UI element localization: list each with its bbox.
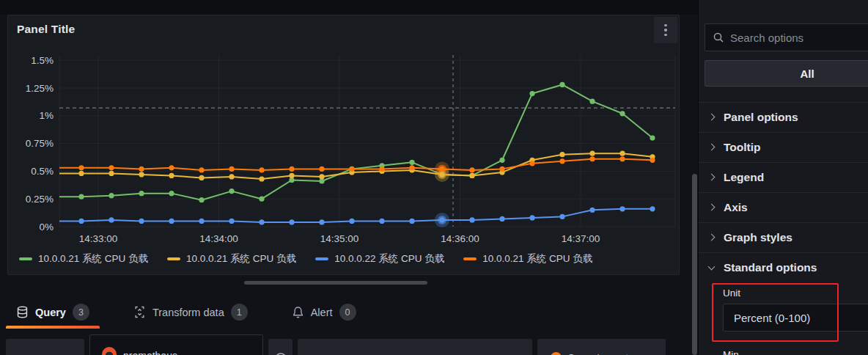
inspector-icon <box>551 352 562 355</box>
section-axis[interactable]: Axis <box>699 192 868 222</box>
svg-text:14:35:00: 14:35:00 <box>320 233 359 244</box>
svg-text:1.25%: 1.25% <box>26 83 54 94</box>
filter-all-button[interactable]: All <box>705 60 868 87</box>
min-field-label: Min <box>723 349 739 355</box>
legend-swatch-green <box>19 257 32 260</box>
legend-item[interactable]: 10.0.0.21 系统 CPU 负载 <box>167 252 296 266</box>
prometheus-flame-icon <box>102 347 117 355</box>
section-label: Tooltip <box>724 141 761 154</box>
query-editor-bottom-row: Data source prometheus Query options MD … <box>0 334 698 355</box>
svg-text:1.5%: 1.5% <box>31 55 54 66</box>
timeseries-chart[interactable]: 0%0.25%0.5%0.75%1%1.25%1.5%14:33:0014:34… <box>8 15 680 276</box>
unit-select[interactable]: Percent (0-100) <box>723 304 868 332</box>
chevron-right-icon <box>708 234 716 241</box>
section-label: Legend <box>724 171 764 184</box>
bell-icon <box>292 306 304 318</box>
svg-text:14:33:00: 14:33:00 <box>79 233 118 244</box>
legend-item[interactable]: 10.0.0.21 系统 CPU 负载 <box>463 252 592 266</box>
legend-label: 10.0.0.21 系统 CPU 负载 <box>38 252 148 266</box>
active-tab-underline <box>6 326 100 329</box>
chevron-right-icon <box>708 114 716 121</box>
options-search-box[interactable]: Search options <box>705 23 868 51</box>
svg-text:1%: 1% <box>39 110 54 121</box>
svg-text:0.5%: 0.5% <box>31 166 54 177</box>
datasource-label: Data source <box>6 339 84 355</box>
chevron-right-icon <box>708 174 716 181</box>
search-placeholder: Search options <box>730 32 803 44</box>
legend-swatch-yellow <box>167 257 180 260</box>
chevron-right-icon <box>708 144 716 151</box>
section-standard-options[interactable]: Standard options <box>699 252 868 282</box>
options-sections: Panel options Tooltip Legend Axis Graph … <box>699 102 868 282</box>
datasource-help-button[interactable] <box>268 339 293 355</box>
tab-query[interactable]: Query 3 <box>6 296 100 329</box>
chevron-right-icon <box>708 204 716 211</box>
help-circle-icon <box>274 352 287 355</box>
section-label: Graph styles <box>724 231 792 244</box>
section-legend[interactable]: Legend <box>699 162 868 192</box>
legend-swatch-orange <box>463 257 477 260</box>
timeseries-panel: Panel Title 0%0.25%0.5%0.75%1%1.25%1.5%1… <box>7 15 680 275</box>
svg-text:0%: 0% <box>39 222 54 233</box>
section-label: Panel options <box>724 111 798 124</box>
legend-label: 10.0.0.21 系统 CPU 负载 <box>482 252 592 266</box>
editor-tabs: Query 3 Transform data 1 Alert <box>0 296 698 329</box>
search-icon <box>713 32 724 43</box>
transform-icon <box>133 306 146 318</box>
section-graph-styles[interactable]: Graph styles <box>699 222 868 252</box>
svg-text:14:36:00: 14:36:00 <box>441 233 479 244</box>
section-tooltip[interactable]: Tooltip <box>699 132 868 162</box>
legend-item[interactable]: 10.0.0.22 系统 CPU 负载 <box>315 252 444 266</box>
dashboard-main-area: Panel Title 0%0.25%0.5%0.75%1%1.25%1.5%1… <box>0 0 698 355</box>
tab-transform-badge: 1 <box>231 304 248 321</box>
tab-query-badge: 3 <box>73 304 89 321</box>
section-label: Axis <box>724 201 748 214</box>
svg-text:14:34:00: 14:34:00 <box>199 233 238 244</box>
chart-legend: 10.0.0.21 系统 CPU 负载 10.0.0.21 系统 CPU 负载 … <box>19 250 672 268</box>
chevron-down-icon <box>708 263 716 270</box>
tab-alert-badge: 0 <box>339 304 356 321</box>
tab-transform-data[interactable]: Transform data 1 <box>123 296 258 329</box>
legend-item[interactable]: 10.0.0.21 系统 CPU 负载 <box>19 252 148 266</box>
unit-field-label: Unit <box>723 288 868 299</box>
tab-alert[interactable]: Alert 0 <box>282 296 367 329</box>
legend-label: 10.0.0.21 系统 CPU 负载 <box>186 252 296 266</box>
database-icon <box>16 306 29 318</box>
legend-label: 10.0.0.22 系统 CPU 负载 <box>334 252 444 266</box>
datasource-picker[interactable]: prometheus <box>89 334 263 355</box>
unit-field-group: Unit Percent (0-100) <box>723 288 868 332</box>
svg-text:0.25%: 0.25% <box>26 194 54 205</box>
datasource-name: prometheus <box>123 347 177 355</box>
svg-text:0.75%: 0.75% <box>26 138 54 149</box>
query-inspector-label: Query inspector <box>567 352 637 355</box>
query-options-summary[interactable]: Query options MD = 758 Interval = 15s <box>298 339 532 355</box>
tab-query-label: Query <box>35 307 66 318</box>
svg-text:14:37:00: 14:37:00 <box>562 233 600 244</box>
horizontal-scrollbar[interactable] <box>244 281 427 285</box>
legend-swatch-blue <box>315 257 328 260</box>
query-inspector-button[interactable]: Query inspector <box>537 339 666 355</box>
tab-transform-label: Transform data <box>152 307 224 318</box>
panel-options-sidebar: Search options All Panel options Tooltip… <box>698 0 868 355</box>
section-panel-options[interactable]: Panel options <box>699 102 868 132</box>
tab-alert-label: Alert <box>311 307 333 318</box>
dashboard-top-strip <box>0 0 698 15</box>
section-label: Standard options <box>724 261 817 274</box>
